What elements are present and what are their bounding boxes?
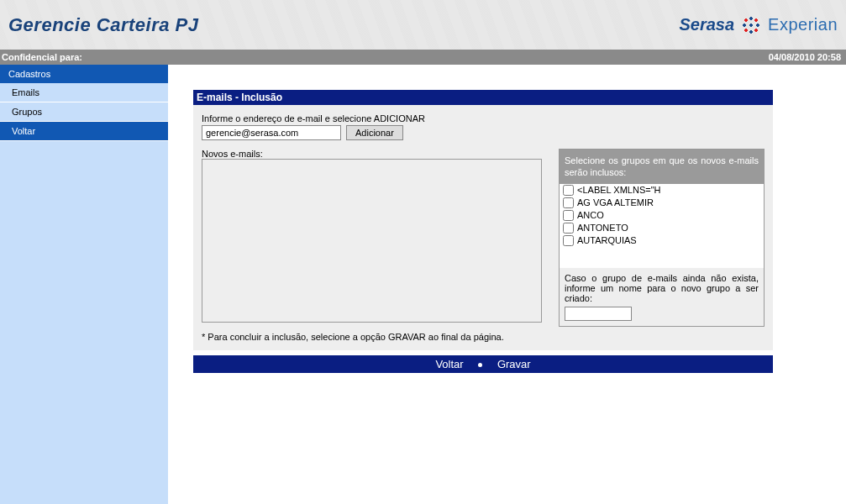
new-emails-label: Novos e-mails:: [202, 149, 542, 159]
group-checkbox[interactable]: [563, 210, 574, 221]
brand-serasa: Serasa: [679, 15, 734, 34]
new-group-section: Caso o grupo de e-mails ainda não exista…: [560, 268, 764, 326]
group-label: <LABEL XMLNS="H: [577, 185, 661, 195]
main: Cadastros EmailsGruposVoltar E-mails - I…: [0, 65, 846, 504]
group-checkbox[interactable]: [563, 185, 574, 196]
panel-title: E-mails - Inclusão: [193, 90, 773, 105]
brand-dots-icon: [739, 13, 763, 37]
status-right: 04/08/2010 20:58: [769, 52, 841, 62]
group-row[interactable]: <LABEL XMLNS="H: [560, 184, 764, 197]
new-group-input[interactable]: [565, 307, 632, 321]
content: E-mails - Inclusão Informe o endereço de…: [168, 65, 846, 504]
header: Gerencie Carteira PJ Serasa Experian: [0, 0, 846, 50]
voltar-link[interactable]: Voltar: [435, 358, 463, 370]
group-checkbox[interactable]: [563, 235, 574, 246]
page-title: Gerencie Carteira PJ: [8, 14, 198, 36]
group-row[interactable]: ANTONETO: [560, 222, 764, 234]
sidebar-item-voltar[interactable]: Voltar: [0, 122, 168, 141]
email-input[interactable]: [202, 125, 341, 140]
group-checkbox[interactable]: [563, 223, 574, 234]
group-checkbox[interactable]: [563, 197, 574, 208]
separator-dot-icon: [478, 363, 482, 367]
status-bar: Confidencial para: 04/08/2010 20:58: [0, 50, 846, 65]
group-label: AG VGA ALTEMIR: [577, 197, 654, 207]
panel-emails-inclusao: E-mails - Inclusão Informe o endereço de…: [193, 90, 773, 373]
panel-body: Informe o endereço de e-mail e selecione…: [193, 105, 773, 350]
sidebar: Cadastros EmailsGruposVoltar: [0, 65, 168, 504]
groups-instruction: Selecione os grupos em que os novos e-ma…: [560, 150, 764, 184]
group-row[interactable]: AG VGA ALTEMIR: [560, 197, 764, 209]
sidebar-item-grupos[interactable]: Grupos: [0, 102, 168, 122]
group-label: AUTARQUIAS: [577, 235, 637, 245]
group-row[interactable]: AUTARQUIAS: [560, 234, 764, 247]
brand-experian: Experian: [768, 15, 838, 34]
add-button[interactable]: Adicionar: [346, 125, 403, 140]
groups-box: Selecione os grupos em que os novos e-ma…: [559, 149, 765, 327]
instruction-label: Informe o endereço de e-mail e selecione…: [202, 113, 765, 123]
new-group-hint: Caso o grupo de e-mails ainda não exista…: [565, 273, 759, 303]
group-row[interactable]: ANCO: [560, 209, 764, 222]
action-bar: Voltar Gravar: [193, 355, 773, 373]
gravar-link[interactable]: Gravar: [497, 358, 531, 370]
sidebar-group-cadastros: Cadastros: [0, 65, 168, 83]
group-label: ANCO: [577, 210, 604, 220]
groups-list[interactable]: <LABEL XMLNS="HAG VGA ALTEMIRANCOANTONET…: [560, 184, 764, 268]
brand-logo: Serasa Experian: [679, 13, 838, 37]
new-emails-textarea[interactable]: [202, 159, 542, 323]
note: * Para concluir a inclusão, selecione a …: [202, 332, 765, 342]
sidebar-item-emails[interactable]: Emails: [0, 83, 168, 102]
group-label: ANTONETO: [577, 223, 628, 233]
status-left: Confidencial para:: [2, 52, 82, 62]
